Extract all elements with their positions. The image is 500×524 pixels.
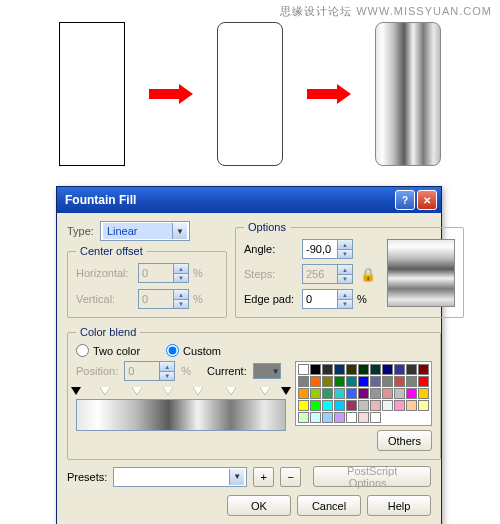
color-swatch[interactable] [322, 364, 333, 375]
color-swatch[interactable] [310, 388, 321, 399]
color-swatch[interactable] [310, 376, 321, 387]
color-swatch[interactable] [358, 364, 369, 375]
spin-up-icon[interactable]: ▲ [337, 290, 352, 299]
gradient-ramp[interactable] [76, 387, 286, 431]
color-swatch[interactable] [310, 364, 321, 375]
spin-down-icon: ▼ [173, 273, 188, 282]
color-swatch[interactable] [358, 400, 369, 411]
color-swatch[interactable] [346, 412, 357, 423]
spin-down-icon[interactable]: ▼ [337, 299, 352, 308]
color-swatch[interactable] [370, 388, 381, 399]
cancel-button[interactable]: Cancel [297, 495, 361, 516]
color-swatch[interactable] [394, 400, 405, 411]
color-swatch[interactable] [394, 364, 405, 375]
color-swatch[interactable] [382, 364, 393, 375]
gradient-stop[interactable] [281, 387, 291, 395]
custom-radio[interactable]: Custom [166, 344, 221, 357]
angle-input[interactable] [303, 240, 337, 258]
ok-button[interactable]: OK [227, 495, 291, 516]
color-swatch[interactable] [346, 388, 357, 399]
close-button[interactable]: ✕ [417, 190, 437, 210]
edgepad-spin[interactable]: ▲▼ [302, 289, 353, 309]
color-swatch[interactable] [370, 376, 381, 387]
gradient-stop[interactable] [71, 387, 81, 395]
gradient-stop[interactable] [260, 387, 270, 395]
color-swatch[interactable] [322, 388, 333, 399]
color-swatch[interactable] [298, 388, 309, 399]
color-swatch[interactable] [418, 364, 429, 375]
color-swatch[interactable] [298, 400, 309, 411]
color-swatch[interactable] [394, 388, 405, 399]
color-swatch[interactable] [346, 376, 357, 387]
color-swatch[interactable] [322, 412, 333, 423]
color-swatch[interactable] [382, 388, 393, 399]
vertical-spin: ▲▼ [138, 289, 189, 309]
color-swatch[interactable] [346, 400, 357, 411]
color-swatch[interactable] [370, 364, 381, 375]
ramp-gradient[interactable] [76, 399, 286, 431]
preset-remove-button[interactable]: − [280, 467, 301, 487]
color-swatch[interactable] [358, 376, 369, 387]
angle-spin[interactable]: ▲▼ [302, 239, 353, 259]
spin-up-icon[interactable]: ▲ [337, 240, 352, 249]
options-legend: Options [244, 221, 290, 233]
spin-down-icon: ▼ [159, 371, 174, 380]
tutorial-steps [0, 0, 500, 170]
color-swatch[interactable] [334, 364, 345, 375]
gradient-stop[interactable] [226, 387, 236, 395]
color-swatch[interactable] [334, 400, 345, 411]
color-swatch[interactable] [334, 376, 345, 387]
color-swatch[interactable] [370, 400, 381, 411]
color-swatch[interactable] [418, 376, 429, 387]
color-swatch[interactable] [406, 400, 417, 411]
color-swatch[interactable] [358, 388, 369, 399]
color-swatch[interactable] [418, 400, 429, 411]
color-swatch[interactable] [334, 388, 345, 399]
ramp-markers[interactable] [76, 387, 286, 397]
color-swatch[interactable] [322, 400, 333, 411]
color-swatch[interactable] [418, 388, 429, 399]
horizontal-unit: % [193, 267, 203, 279]
gradient-stop[interactable] [193, 387, 203, 395]
center-offset-group: Center offset Horizontal: ▲▼ % Vertical: [67, 245, 227, 318]
color-swatch[interactable] [382, 376, 393, 387]
color-swatch[interactable] [298, 412, 309, 423]
color-swatch[interactable] [406, 364, 417, 375]
color-palette[interactable] [295, 361, 432, 426]
color-swatch[interactable] [358, 412, 369, 423]
color-swatch[interactable] [298, 364, 309, 375]
titlebar[interactable]: Fountain Fill ? ✕ [57, 187, 441, 213]
others-button[interactable]: Others [377, 430, 432, 451]
presets-select[interactable]: ▼ [113, 467, 247, 487]
color-swatch[interactable] [334, 412, 345, 423]
gradient-stop[interactable] [100, 387, 110, 395]
gradient-stop[interactable] [163, 387, 173, 395]
help-button[interactable]: ? [395, 190, 415, 210]
presets-label: Presets: [67, 471, 107, 483]
color-swatch[interactable] [370, 412, 381, 423]
color-swatch[interactable] [310, 400, 321, 411]
color-swatch[interactable] [382, 400, 393, 411]
color-swatch[interactable] [394, 376, 405, 387]
preset-add-button[interactable]: + [253, 467, 274, 487]
color-swatch[interactable] [406, 388, 417, 399]
two-color-radio[interactable]: Two color [76, 344, 140, 357]
help-button[interactable]: Help [367, 495, 431, 516]
current-label: Current: [207, 365, 247, 377]
color-swatch[interactable] [406, 376, 417, 387]
chevron-down-icon: ▼ [172, 223, 187, 239]
lock-icon[interactable]: 🔒 [357, 264, 379, 284]
color-swatch[interactable] [310, 412, 321, 423]
horizontal-spin: ▲▼ [138, 263, 189, 283]
color-swatch[interactable] [298, 376, 309, 387]
arrow-icon [149, 87, 193, 101]
edgepad-input[interactable] [303, 290, 337, 308]
chevron-down-icon: ▼ [272, 364, 280, 378]
color-swatch[interactable] [346, 364, 357, 375]
color-swatch[interactable] [322, 376, 333, 387]
type-select[interactable]: Linear ▼ [100, 221, 190, 241]
spin-down-icon[interactable]: ▼ [337, 249, 352, 258]
current-swatch[interactable]: ▼ [253, 363, 281, 379]
gradient-stop[interactable] [132, 387, 142, 395]
two-color-label: Two color [93, 345, 140, 357]
